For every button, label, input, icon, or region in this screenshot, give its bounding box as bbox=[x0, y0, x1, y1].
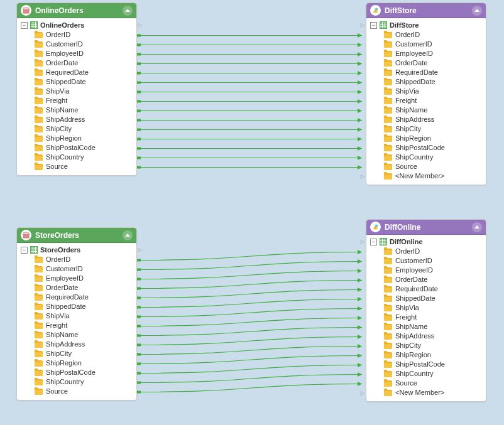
field-row[interactable]: CustomerID bbox=[369, 40, 483, 49]
field-row[interactable]: ShippedDate bbox=[19, 302, 134, 311]
node-header-store-orders[interactable]: StoreOrders bbox=[17, 228, 136, 243]
folder-icon bbox=[35, 389, 43, 395]
field-row[interactable]: RequiredDate bbox=[19, 68, 134, 77]
field-row[interactable]: ShipRegion bbox=[19, 358, 134, 368]
field-row[interactable]: ShipName bbox=[369, 105, 483, 115]
tree-toggle-icon[interactable]: − bbox=[21, 22, 28, 29]
folder-icon bbox=[35, 41, 43, 48]
tree-toggle-icon[interactable]: − bbox=[370, 239, 377, 245]
node-store-orders[interactable]: StoreOrders − StoreOrders OrderIDCustome… bbox=[16, 227, 137, 401]
field-row[interactable]: Freight bbox=[19, 96, 134, 105]
field-row[interactable]: OrderID bbox=[369, 30, 483, 40]
field-row[interactable]: Source bbox=[369, 162, 483, 171]
field-row[interactable]: ShipPostalCode bbox=[19, 143, 134, 153]
field-row[interactable]: Freight bbox=[369, 313, 483, 322]
svg-rect-23 bbox=[137, 335, 141, 337]
field-row[interactable]: RequiredDate bbox=[19, 293, 134, 302]
field-row[interactable]: <New Member> bbox=[369, 388, 483, 397]
field-row[interactable]: ShipAddress bbox=[369, 115, 483, 124]
field-row[interactable]: ShippedDate bbox=[19, 77, 134, 87]
svg-rect-26 bbox=[137, 363, 141, 365]
field-row[interactable]: EmployeeID bbox=[19, 49, 134, 58]
node-diff-online[interactable]: DiffOnline − DiffOnline OrderIDCustomerI… bbox=[366, 219, 486, 402]
svg-rect-11 bbox=[137, 138, 141, 141]
field-row[interactable]: ShipPostalCode bbox=[369, 143, 483, 153]
folder-icon bbox=[384, 267, 392, 274]
field-row[interactable]: EmployeeID bbox=[19, 274, 134, 283]
field-row[interactable]: Source bbox=[19, 387, 134, 396]
field-row[interactable]: RequiredDate bbox=[369, 284, 483, 294]
field-label: RequiredDate bbox=[395, 284, 438, 294]
field-row[interactable]: EmployeeID bbox=[369, 49, 483, 58]
field-row[interactable]: <New Member> bbox=[369, 171, 483, 181]
tree-toggle-icon[interactable]: − bbox=[21, 247, 28, 254]
svg-point-35 bbox=[375, 224, 378, 227]
node-header-diff-online[interactable]: DiffOnline bbox=[366, 220, 486, 235]
field-row[interactable]: ShipCity bbox=[19, 124, 134, 134]
field-row[interactable]: OrderID bbox=[19, 255, 134, 264]
field-row[interactable]: ShipPostalCode bbox=[369, 360, 483, 369]
svg-point-32 bbox=[375, 8, 378, 11]
field-row[interactable]: CustomerID bbox=[19, 264, 134, 274]
field-row[interactable]: OrderDate bbox=[19, 283, 134, 293]
field-label: Freight bbox=[395, 96, 417, 105]
field-row[interactable]: ShipAddress bbox=[369, 331, 483, 341]
field-row[interactable]: ShipCountry bbox=[19, 377, 134, 387]
field-row[interactable]: ShipCity bbox=[19, 349, 134, 358]
field-row[interactable]: ShipCity bbox=[369, 341, 483, 350]
svg-rect-27 bbox=[137, 372, 141, 375]
field-row[interactable]: OrderDate bbox=[369, 275, 483, 284]
root-label: OnlineOrders bbox=[40, 21, 84, 29]
collapse-icon[interactable] bbox=[123, 6, 133, 16]
field-row[interactable]: ShipName bbox=[369, 322, 483, 331]
field-row[interactable]: ShipCountry bbox=[19, 153, 134, 162]
node-header-online-orders[interactable]: OnlineOrders bbox=[17, 3, 136, 18]
field-row[interactable]: ShipRegion bbox=[369, 134, 483, 143]
folder-icon bbox=[35, 360, 43, 367]
root-row[interactable]: − OnlineOrders bbox=[19, 21, 134, 30]
field-row[interactable]: OrderDate bbox=[19, 58, 134, 68]
field-row[interactable]: ShipRegion bbox=[19, 134, 134, 143]
field-label: OrderID bbox=[46, 255, 70, 264]
field-row[interactable]: Freight bbox=[369, 96, 483, 105]
field-row[interactable]: ShipRegion bbox=[369, 350, 483, 360]
field-row[interactable]: EmployeeID bbox=[369, 266, 483, 275]
field-row[interactable]: ShippedDate bbox=[369, 294, 483, 303]
field-row[interactable]: OrderID bbox=[369, 247, 483, 256]
field-row[interactable]: OrderID bbox=[19, 30, 134, 40]
field-label: CustomerID bbox=[395, 40, 432, 49]
tree-toggle-icon[interactable]: − bbox=[370, 22, 377, 29]
folder-icon bbox=[35, 294, 43, 301]
field-row[interactable]: ShipVia bbox=[369, 87, 483, 96]
collapse-icon[interactable] bbox=[472, 6, 482, 16]
field-row[interactable]: ShipVia bbox=[19, 87, 134, 96]
field-row[interactable]: ShipCity bbox=[369, 124, 483, 134]
field-row[interactable]: Source bbox=[369, 379, 483, 388]
field-row[interactable]: ShipAddress bbox=[19, 115, 134, 124]
field-row[interactable]: RequiredDate bbox=[369, 68, 483, 77]
collapse-icon[interactable] bbox=[472, 222, 482, 232]
field-row[interactable]: ShipVia bbox=[369, 303, 483, 313]
field-row[interactable]: ShipPostalCode bbox=[19, 368, 134, 377]
field-row[interactable]: ShippedDate bbox=[369, 77, 483, 87]
field-row[interactable]: OrderDate bbox=[369, 58, 483, 68]
root-row[interactable]: − DiffOnline bbox=[369, 237, 483, 247]
root-row[interactable]: − DiffStore bbox=[369, 21, 483, 30]
node-header-diff-store[interactable]: DiffStore bbox=[366, 3, 486, 18]
field-row[interactable]: ShipCountry bbox=[369, 153, 483, 162]
collapse-icon[interactable] bbox=[123, 230, 133, 240]
node-diff-store[interactable]: DiffStore − DiffStore OrderIDCustomerIDE… bbox=[366, 3, 486, 185]
field-row[interactable]: Source bbox=[19, 162, 134, 171]
field-row[interactable]: Freight bbox=[19, 321, 134, 330]
node-online-orders[interactable]: OnlineOrders − OnlineOrders OrderIDCusto… bbox=[16, 3, 137, 176]
field-row[interactable]: ShipCountry bbox=[369, 369, 483, 379]
field-row[interactable]: ShipVia bbox=[19, 311, 134, 321]
root-row[interactable]: − StoreOrders bbox=[19, 245, 134, 255]
field-row[interactable]: CustomerID bbox=[19, 40, 134, 49]
field-row[interactable]: ShipName bbox=[19, 330, 134, 340]
field-row[interactable]: ShipName bbox=[19, 105, 134, 115]
node-body: − StoreOrders OrderIDCustomerIDEmployeeI… bbox=[17, 243, 136, 400]
table-icon bbox=[30, 21, 38, 29]
field-row[interactable]: ShipAddress bbox=[19, 340, 134, 349]
field-row[interactable]: CustomerID bbox=[369, 256, 483, 266]
